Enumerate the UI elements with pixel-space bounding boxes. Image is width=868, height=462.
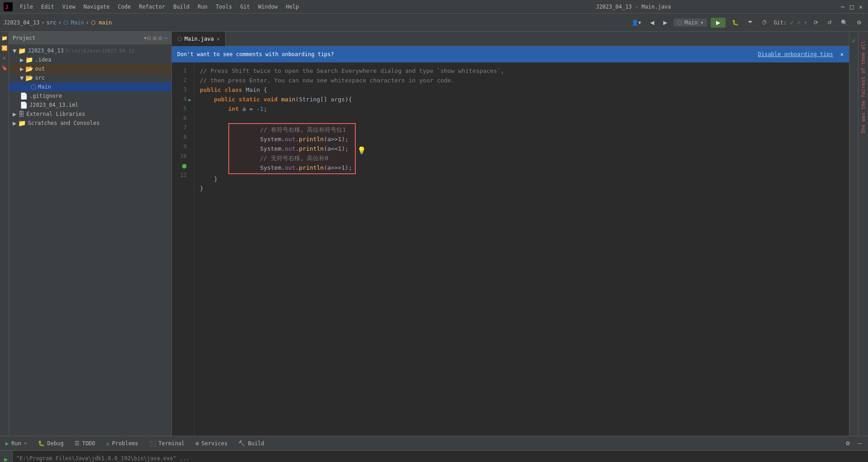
run-output-panel: "E:\Program Files\Java\jdk1.8.0_192\bin\… [13,451,868,462]
forward-button[interactable]: ▶ [660,19,670,27]
services-tab[interactable]: ⚙ Services [190,436,233,451]
line-num-6: 6 [172,114,190,123]
panel-close-button[interactable]: ─ [164,34,168,42]
settings-button[interactable]: ⚙ [854,19,864,27]
project-path: D:\oj\6Java\J2023_04_13 [66,48,134,54]
right-sidebar-text: She was the fairest of them all [860,41,866,133]
project-icon[interactable]: 📁 [0,33,9,43]
tree-item-project[interactable]: ▼ 📁 J2023_04_13 D:\oj\6Java\J2023_04_13 [9,46,171,55]
run-again-button[interactable]: ▶ [1,454,11,462]
menu-refactor[interactable]: Refactor [135,3,169,11]
run-button[interactable]: ▶ [711,18,726,28]
project-dropdown[interactable]: ▾ [144,35,147,41]
panel-actions: ⊟ ⊞ ⚙ ─ [147,34,168,42]
disable-tips-button[interactable]: Disable onboarding tips [758,51,833,57]
debug-tab-label: Debug [47,440,64,447]
debug-tab-icon: 🐛 [38,440,45,447]
git-check1[interactable]: ✓ [790,19,793,26]
panel-options-button[interactable]: ⚙ [158,34,162,42]
debug-tab[interactable]: 🐛 Debug [33,436,69,451]
bulb-icon[interactable]: 💡 [357,146,366,155]
tree-item-out[interactable]: ▶ 📂 out [9,64,171,73]
menu-help[interactable]: Help [282,3,302,11]
line-num-4: 4 ▶ [172,95,190,104]
problems-tab[interactable]: ⚠ Problems [101,436,144,451]
build-tab[interactable]: 🔨 Build [233,436,269,451]
bottom-tab-bar: ▶ Run ✕ 🐛 Debug ☰ TODO ⚠ Problems ⬛ Term… [0,436,868,451]
breadcrumb-method[interactable]: ⬡ main [91,19,112,26]
tree-item-idea[interactable]: ▶ 📁 .idea [9,55,171,64]
breadcrumb-src[interactable]: src [47,19,57,26]
menu-view[interactable]: View [59,3,79,11]
collapse-all-button[interactable]: ⊟ [147,34,151,42]
menu-navigate[interactable]: Navigate [80,3,113,11]
breadcrumb-project[interactable]: J2023_04_13 [4,19,39,26]
close-button[interactable]: ✕ [857,3,864,10]
tree-item-gitignore[interactable]: 📄 .gitignore [9,91,171,100]
main-java-tab[interactable]: ⬡ Main.java ✕ [172,32,226,46]
menu-git[interactable]: Git [236,3,254,11]
tree-item-iml[interactable]: 📄 J2023_04_13.iml [9,100,171,110]
run-tab[interactable]: ▶ Run ✕ [0,436,33,451]
commit-icon[interactable]: 🔀 [0,43,9,52]
line-num-8: 8 [172,133,190,142]
git-check2[interactable]: ✓ [797,19,801,26]
bottom-settings-button[interactable]: ⚙ [843,439,853,448]
info-bar: Don't want to see comments with onboardi… [172,46,849,62]
run-config-dropdown[interactable]: ▾ [700,19,703,26]
run-gutter-icon-4[interactable]: ▶ [189,96,191,104]
out-expand-icon: ▶ [20,65,24,72]
profile-run-button[interactable]: ⏱ [759,19,770,27]
breadcrumb-class[interactable]: ⬡ Main [63,19,84,26]
history-button[interactable]: ⟳ [811,19,821,27]
menu-code[interactable]: Code [114,3,135,11]
menu-run[interactable]: Run [194,3,211,11]
code-area[interactable]: // Press Shift twice to open the Search … [194,62,849,436]
code-editor[interactable]: 1 2 3 4 ▶ 5 6 7 8 9 10 ⬤ 12 [172,62,849,436]
profile-button[interactable]: 👤▾ [629,19,644,27]
line-numbers: 1 2 3 4 ▶ 5 6 7 8 9 10 ⬤ 12 [172,62,194,436]
tree-item-src[interactable]: ▼ 📂 src [9,73,171,82]
expand-all-button[interactable]: ⊞ [153,34,156,42]
bookmarks-icon[interactable]: 🔖 [0,63,9,72]
coverage-button[interactable]: ☂ [745,19,755,27]
minimize-button[interactable]: ─ [839,3,846,10]
debug-button[interactable]: 🐛 [729,19,741,27]
info-bar-close[interactable]: ✕ [840,51,844,57]
run-tab-close[interactable]: ✕ [24,440,27,446]
project-panel: Project ▾ ⊟ ⊞ ⚙ ─ ▼ 📁 J2023_04_13 D:\oj\… [9,32,172,436]
todo-tab[interactable]: ☰ TODO [69,436,101,451]
line-num-12: 12 [172,171,190,180]
tree-item-scratches[interactable]: ▶ 📁 Scratches and Consoles [9,119,171,128]
src-label: src [35,75,45,81]
tree-item-main[interactable]: ⬡ Main [9,82,171,91]
notification-checkmark[interactable]: ✓ [852,37,855,44]
menu-file[interactable]: File [16,3,37,11]
main-java-tab-close[interactable]: ✕ [217,36,220,42]
menu-tools[interactable]: Tools [212,3,236,11]
notifications-panel: ✓ [849,32,858,436]
bottom-minimize-button[interactable]: ─ [855,439,864,448]
search-everywhere[interactable]: 🔍 [838,19,850,27]
line-num-9: 9 [172,142,190,152]
revert-button[interactable]: ↺ [825,19,835,27]
tree-item-ext-libs[interactable]: ▶ 🗄 External Libraries [9,110,171,119]
breakpoint-icon-11[interactable]: ⬤ [182,162,187,170]
build-tab-label: Build [248,440,264,447]
back-button[interactable]: ◀ [647,19,657,27]
code-pre: // Press Shift twice to open the Search … [200,66,844,193]
ext-libs-icon: 🗄 [18,110,24,118]
structure-icon[interactable]: ≡ [0,53,9,62]
menu-bar: FileEditViewNavigateCodeRefactorBuildRun… [16,3,428,11]
maximize-button[interactable]: □ [848,3,855,10]
menu-edit[interactable]: Edit [38,3,58,11]
toolbar: J2023_04_13 › src › ⬡ Main › ⬡ main 👤▾ ◀… [0,14,868,32]
project-panel-title: Project [13,35,142,41]
git-push[interactable]: ↑ [804,19,807,26]
menu-window[interactable]: Window [255,3,281,11]
bottom-content: ▶ ↑ ⬛ ✕ ↓ 🖨 📌 🗑 "E:\Program Files\Java\j… [0,451,868,462]
terminal-tab[interactable]: ⬛ Terminal [144,436,190,451]
line-num-3: 3 [172,85,190,95]
main-java-label: Main [38,84,51,90]
menu-build[interactable]: Build [170,3,193,11]
